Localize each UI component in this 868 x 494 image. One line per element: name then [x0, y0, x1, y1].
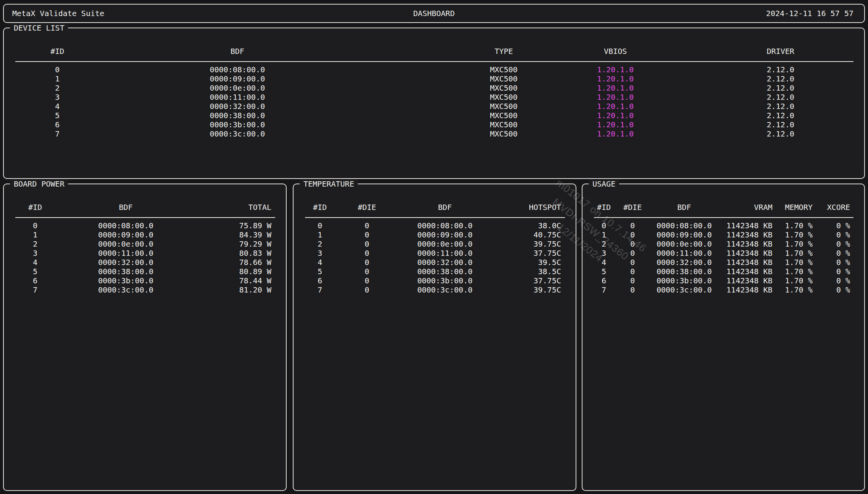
table-cell: 0 %	[836, 258, 850, 267]
table-cell: 0	[365, 239, 369, 249]
table-cell: 0000:0e:00.0	[657, 239, 712, 249]
table-cell: 1.20.1.0	[597, 120, 634, 129]
table-cell: 81.20 W	[239, 285, 271, 294]
table-row[interactable]: 50000:38:00.080.89 W	[4, 267, 286, 276]
table-cell: 1.70 %	[785, 285, 813, 294]
table-cell: 0 %	[836, 276, 850, 285]
table-row[interactable]: 20000:0e:00.079.29 W	[4, 239, 286, 249]
table-cell: 0000:38:00.0	[657, 267, 712, 276]
table-cell: 2.12.0	[767, 65, 794, 74]
table-cell: 0000:3b:00.0	[657, 276, 712, 285]
table-cell: 84.39 W	[239, 230, 271, 239]
table-row[interactable]: 70000:3c:00.0MXC5001.20.1.02.12.0	[4, 129, 864, 138]
table-cell: 1.20.1.0	[597, 102, 634, 111]
column-header: #ID	[50, 47, 64, 56]
header-separator	[15, 217, 275, 218]
table-row[interactable]: 000000:08:00.01142348 KB1.70 %0 %	[582, 221, 864, 230]
table-cell: 2.12.0	[767, 93, 794, 102]
table-row[interactable]: 300000:11:00.037.75C	[294, 249, 576, 258]
table-row[interactable]: 100000:09:00.040.75C	[294, 230, 576, 239]
table-row[interactable]: 00000:08:00.075.89 W	[4, 221, 286, 230]
table-cell: 0	[33, 221, 37, 230]
table-cell: 0	[630, 249, 635, 258]
table-cell: 0	[630, 267, 635, 276]
table-cell: 3	[55, 93, 60, 102]
table-cell: 0000:08:00.0	[417, 221, 473, 230]
table-cell: 0000:0e:00.0	[417, 239, 473, 249]
table-row[interactable]: 50000:38:00.0MXC5001.20.1.02.12.0	[4, 111, 864, 120]
table-cell: 1142348 KB	[727, 239, 772, 249]
table-row[interactable]: 60000:3b:00.0MXC5001.20.1.02.12.0	[4, 120, 864, 129]
table-row[interactable]: 20000:0e:00.0MXC5001.20.1.02.12.0	[4, 83, 864, 93]
table-row[interactable]: 40000:32:00.078.66 W	[4, 258, 286, 267]
board-power-panel: BOARD POWER #IDBDFTOTAL00000:08:00.075.8…	[3, 184, 287, 491]
table-row[interactable]: 00000:08:00.0MXC5001.20.1.02.12.0	[4, 65, 864, 74]
table-cell: MXC500	[490, 129, 518, 138]
table-cell: 37.75C	[534, 276, 561, 285]
table-cell: 2.12.0	[767, 111, 794, 120]
table-cell: 38.0C	[538, 221, 561, 230]
table-cell: 0000:09:00.0	[98, 230, 154, 239]
table-row[interactable]: 300000:11:00.01142348 KB1.70 %0 %	[582, 249, 864, 258]
table-row[interactable]: 70000:3c:00.081.20 W	[4, 285, 286, 294]
table-cell: 1.20.1.0	[597, 93, 634, 102]
table-cell: 0000:0e:00.0	[98, 239, 154, 249]
table-cell: 0000:3b:00.0	[417, 276, 473, 285]
table-row[interactable]: 500000:38:00.01142348 KB1.70 %0 %	[582, 267, 864, 276]
table-cell: 1.70 %	[785, 230, 813, 239]
table-cell: 2	[55, 83, 60, 93]
table-row[interactable]: 200000:0e:00.01142348 KB1.70 %0 %	[582, 239, 864, 249]
table-row[interactable]: 600000:3b:00.01142348 KB1.70 %0 %	[582, 276, 864, 285]
table-row[interactable]: 500000:38:00.038.5C	[294, 267, 576, 276]
table-cell: MXC500	[490, 65, 518, 74]
table-row[interactable]: 400000:32:00.01142348 KB1.70 %0 %	[582, 258, 864, 267]
table-cell: 0 %	[836, 230, 850, 239]
table-row[interactable]: 700000:3c:00.01142348 KB1.70 %0 %	[582, 285, 864, 294]
table-row[interactable]: 30000:11:00.0MXC5001.20.1.02.12.0	[4, 93, 864, 102]
table-row[interactable]: 10000:09:00.084.39 W	[4, 230, 286, 239]
table-row[interactable]: 700000:3c:00.039.75C	[294, 285, 576, 294]
column-header: TYPE	[495, 47, 513, 56]
table-row[interactable]: 600000:3b:00.037.75C	[294, 276, 576, 285]
table-row[interactable]: 60000:3b:00.078.44 W	[4, 276, 286, 285]
temperature-panel: TEMPERATURE #ID#DIEBDFHOTSPOT000000:08:0…	[293, 184, 576, 491]
table-cell: 78.66 W	[239, 258, 271, 267]
table-cell: 5	[318, 267, 322, 276]
table-cell: 4	[602, 258, 606, 267]
table-cell: 6	[55, 120, 60, 129]
table-cell: MXC500	[490, 83, 518, 93]
table-cell: 39.75C	[534, 285, 561, 294]
title-bar: MetaX Validate Suite DASHBOARD 2024-12-1…	[3, 4, 865, 23]
table-row[interactable]: 000000:08:00.038.0C	[294, 221, 576, 230]
table-cell: 7	[55, 129, 60, 138]
column-header: VBIOS	[604, 47, 627, 56]
table-cell: 0 %	[836, 249, 850, 258]
table-row[interactable]: 400000:32:00.039.5C	[294, 258, 576, 267]
table-cell: 0	[365, 258, 369, 267]
table-cell: 39.75C	[534, 239, 561, 249]
table-cell: 0000:32:00.0	[98, 258, 154, 267]
table-cell: 0000:11:00.0	[98, 249, 154, 258]
table-header-row: #ID#DIEBDFVRAMMEMORYXCORE	[582, 203, 864, 212]
column-header: BDF	[677, 203, 691, 212]
table-cell: 0	[55, 65, 60, 74]
table-cell: 6	[318, 276, 322, 285]
table-cell: 0000:3c:00.0	[417, 285, 473, 294]
table-row[interactable]: 200000:0e:00.039.75C	[294, 239, 576, 249]
table-cell: 7	[318, 285, 322, 294]
table-row[interactable]: 100000:09:00.01142348 KB1.70 %0 %	[582, 230, 864, 239]
table-cell: 0 %	[836, 239, 850, 249]
table-row[interactable]: 40000:32:00.0MXC5001.20.1.02.12.0	[4, 102, 864, 111]
table-cell: 2.12.0	[767, 129, 794, 138]
table-row[interactable]: 10000:09:00.0MXC5001.20.1.02.12.0	[4, 74, 864, 83]
table-cell: 0	[630, 221, 635, 230]
column-header: DRIVER	[767, 47, 794, 56]
table-row[interactable]: 30000:11:00.080.83 W	[4, 249, 286, 258]
table-cell: 0	[630, 276, 635, 285]
table-cell: 78.44 W	[239, 276, 271, 285]
table-cell: 2.12.0	[767, 74, 794, 83]
column-header: MEMORY	[785, 203, 813, 212]
table-cell: 1.70 %	[785, 239, 813, 249]
column-header: BDF	[438, 203, 452, 212]
table-header-row: #IDBDFTYPEVBIOSDRIVER	[4, 47, 864, 56]
